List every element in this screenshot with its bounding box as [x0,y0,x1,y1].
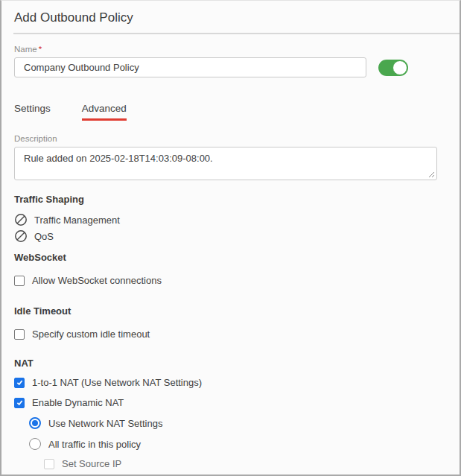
use-network-nat-label: Use Network NAT Settings [48,418,162,429]
traffic-management-label: Traffic Management [34,215,120,226]
add-outbound-policy-dialog: Add Outbound Policy Name* Settings Advan… [1,10,460,476]
checkbox-box[interactable] [44,459,54,469]
check-icon [16,378,24,387]
no-entry-icon [14,229,28,243]
all-traffic-radio[interactable]: All traffic in this policy [29,437,460,451]
checkbox-box[interactable] [14,329,25,340]
check-icon [16,399,24,407]
custom-idle-timeout-checkbox[interactable]: Specify custom idle timeout [14,328,460,340]
required-asterisk: * [39,45,42,54]
idle-timeout-heading: Idle Timeout [14,305,447,317]
custom-idle-timeout-label: Specify custom idle timeout [32,329,150,340]
checkbox-box[interactable] [14,378,25,388]
radio-circle[interactable] [29,438,41,450]
tab-advanced[interactable]: Advanced [82,103,127,121]
name-label: Name* [14,44,447,55]
title-divider [13,33,460,34]
all-traffic-label: All traffic in this policy [48,439,141,450]
qos-item[interactable]: QoS [14,229,447,244]
radio-circle[interactable] [29,417,41,429]
description-label: Description [14,133,447,145]
one-to-one-nat-label: 1-to-1 NAT (Use Network NAT Settings) [32,377,202,388]
allow-websocket-label: Allow WebSocket connections [32,275,162,286]
nat-heading: NAT [14,358,447,369]
set-source-ip-label: Set Source IP [62,458,121,469]
one-to-one-nat-checkbox[interactable]: 1-to-1 NAT (Use Network NAT Settings) [14,376,460,389]
websocket-heading: WebSocket [14,252,447,264]
name-input[interactable] [14,57,366,77]
qos-label: QoS [34,231,54,242]
enable-dynamic-nat-label: Enable Dynamic NAT [32,397,124,408]
description-textarea[interactable]: Rule added on 2025-02-18T14:03:09-08:00. [14,147,437,180]
use-network-nat-radio[interactable]: Use Network NAT Settings [29,416,460,430]
traffic-management-item[interactable]: Traffic Management [14,212,447,227]
toggle-knob [392,60,407,75]
traffic-shaping-heading: Traffic Shaping [14,194,447,206]
radio-dot [32,420,38,426]
set-source-ip-checkbox[interactable]: Set Source IP [44,457,460,470]
name-row [14,57,447,77]
tab-bar: Settings Advanced [14,103,447,121]
description-wrap: Rule added on 2025-02-18T14:03:09-08:00. [14,147,437,180]
checkbox-box[interactable] [14,398,25,408]
checkbox-box[interactable] [14,276,25,286]
tab-settings[interactable]: Settings [14,103,51,121]
allow-websocket-checkbox[interactable]: Allow WebSocket connections [14,274,460,287]
name-label-text: Name [14,45,37,54]
policy-enabled-toggle[interactable] [378,60,408,76]
no-entry-icon [14,213,28,226]
page-title: Add Outbound Policy [14,10,447,26]
enable-dynamic-nat-checkbox[interactable]: Enable Dynamic NAT [14,396,460,409]
